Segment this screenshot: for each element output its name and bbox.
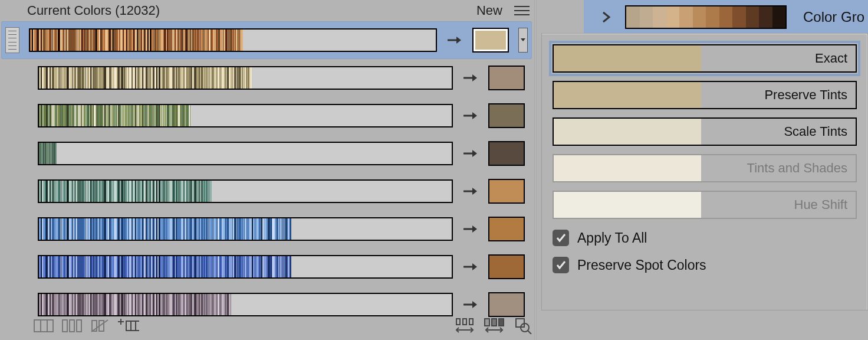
- columns-outline-icon[interactable]: [61, 318, 83, 334]
- option-swatch: [554, 119, 701, 145]
- recolor-options-popup: ExactPreserve TintsScale TintsTints and …: [541, 33, 868, 310]
- target-color-swatch[interactable]: [488, 179, 525, 204]
- color-row-spectrum[interactable]: [29, 28, 437, 52]
- svg-rect-25: [456, 319, 460, 325]
- color-group-swatch-strip: [625, 5, 787, 29]
- color-row-spectrum[interactable]: [38, 104, 453, 128]
- arrow-right-icon: [462, 111, 479, 120]
- recolor-option: Hue Shift: [553, 191, 857, 219]
- preserve-spot-label: Preserve Spot Colors: [577, 257, 706, 273]
- svg-rect-16: [77, 320, 81, 332]
- color-row-spectrum[interactable]: [38, 255, 453, 279]
- color-row[interactable]: [27, 135, 528, 172]
- bottom-toolbar-left: [33, 314, 139, 338]
- svg-rect-11: [34, 320, 53, 332]
- target-color-swatch[interactable]: [488, 141, 525, 166]
- color-row[interactable]: [27, 248, 528, 286]
- target-color-swatch[interactable]: [488, 103, 525, 128]
- panel-divider[interactable]: [534, 0, 537, 340]
- option-label: Scale Tints: [701, 124, 856, 139]
- distribute-icon[interactable]: [454, 318, 475, 334]
- swap-columns-icon[interactable]: [484, 318, 505, 334]
- arrow-right-icon: [462, 149, 479, 158]
- color-row-spectrum[interactable]: [38, 142, 453, 165]
- option-label: Preserve Tints: [701, 87, 856, 103]
- bottom-toolbar-right: [454, 314, 534, 338]
- apply-to-all-checkbox[interactable]: [553, 230, 569, 246]
- find-color-icon[interactable]: [513, 318, 534, 334]
- color-group-panel: Color Gro: [584, 0, 868, 37]
- svg-rect-20: [126, 321, 139, 331]
- arrow-right-icon: [462, 224, 479, 234]
- panel-menu-icon[interactable]: [514, 5, 530, 16]
- arrow-right-icon: [462, 262, 479, 272]
- svg-rect-31: [499, 319, 504, 326]
- arrow-right-icon: [446, 35, 463, 45]
- option-swatch: [554, 82, 701, 108]
- current-colors-panel: Current Colors (12032) New: [0, 0, 534, 340]
- panel-header: Current Colors (12032) New: [0, 0, 534, 21]
- row-grip-handle[interactable]: [5, 27, 19, 53]
- svg-rect-15: [70, 320, 74, 332]
- target-color-swatch[interactable]: [488, 254, 525, 279]
- option-label: Hue Shift: [701, 197, 856, 212]
- preserve-spot-checkbox[interactable]: [553, 257, 569, 273]
- arrow-right-icon: [462, 300, 479, 309]
- chevron-right-icon[interactable]: [601, 11, 613, 23]
- color-row[interactable]: [27, 97, 528, 135]
- panel-title: Current Colors (12032): [27, 3, 160, 18]
- svg-rect-32: [516, 319, 524, 327]
- arrow-right-icon: [462, 187, 479, 196]
- arrow-right-icon: [462, 73, 479, 83]
- color-row-spectrum[interactable]: [38, 66, 453, 90]
- svg-rect-29: [485, 319, 489, 326]
- option-label: Tints and Shades: [701, 161, 856, 176]
- svg-line-34: [528, 331, 531, 334]
- color-group-label: Color Gro: [803, 9, 864, 25]
- color-row[interactable]: [27, 210, 528, 248]
- svg-rect-26: [463, 319, 466, 325]
- color-row-spectrum[interactable]: [38, 293, 453, 316]
- new-column-header: New: [476, 3, 502, 18]
- recolor-option[interactable]: Scale Tints: [553, 117, 857, 146]
- option-swatch: [554, 155, 701, 181]
- color-row[interactable]: [27, 172, 528, 210]
- target-color-swatch[interactable]: [488, 66, 525, 90]
- recolor-option[interactable]: Preserve Tints: [553, 81, 857, 109]
- recolor-option: Tints and Shades: [553, 154, 857, 182]
- svg-rect-14: [63, 320, 67, 332]
- swatch-dropdown[interactable]: [518, 28, 528, 53]
- svg-rect-30: [492, 319, 497, 326]
- option-label: Exact: [701, 51, 856, 66]
- columns-solid-icon[interactable]: [33, 318, 54, 334]
- apply-to-all-label: Apply To All: [577, 230, 647, 246]
- svg-rect-27: [469, 319, 473, 325]
- target-color-swatch[interactable]: [488, 292, 525, 317]
- recolor-option[interactable]: Exact: [553, 44, 857, 73]
- color-row[interactable]: [1, 21, 532, 59]
- no-columns-icon[interactable]: [90, 318, 111, 334]
- color-row[interactable]: [27, 59, 528, 97]
- option-swatch: [554, 192, 701, 218]
- option-swatch: [554, 45, 701, 71]
- target-color-swatch[interactable]: [488, 217, 525, 241]
- target-color-swatch[interactable]: [472, 28, 509, 53]
- color-group-row[interactable]: Color Gro: [584, 0, 868, 34]
- color-row-spectrum[interactable]: [38, 217, 453, 241]
- color-row-spectrum[interactable]: [38, 179, 453, 203]
- add-column-icon[interactable]: [118, 318, 139, 334]
